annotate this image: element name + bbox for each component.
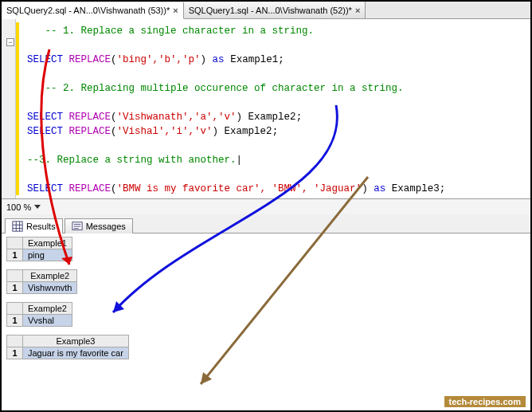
row-number[interactable]: 1 [7,315,23,327]
code-area[interactable]: -- 1. Replace a single character in a st… [2,19,530,198]
grid-icon [12,221,23,232]
close-icon[interactable]: × [173,6,178,15]
result-grid-4: Example3 1Jaguar is my favorite car [6,335,526,359]
row-number[interactable]: 1 [7,347,23,359]
zoom-bar: 100 % [2,198,530,214]
collapse-toggle[interactable]: − [6,38,14,46]
corner-cell [7,237,23,249]
result-grid-1: Example1 1ping [6,237,526,261]
cell-value[interactable]: Vishwvnvth [23,282,77,294]
result-grid-3: Example2 1Vvshal [6,302,526,327]
tab-messages[interactable]: Messages [65,218,133,233]
tab-label: Messages [86,222,126,231]
watermark: tech-recipes.com [444,396,526,407]
cell-value[interactable]: Vvshal [23,315,72,327]
column-header[interactable]: Example2 [23,270,77,282]
tab-results[interactable]: Results [5,218,63,233]
zoom-level[interactable]: 100 % [6,202,31,212]
corner-cell [7,335,23,347]
column-header[interactable]: Example2 [23,303,72,315]
row-number[interactable]: 1 [7,249,23,261]
chevron-down-icon[interactable] [34,205,41,209]
tab-label: SQLQuery2.sql - AN...0\Vishwanath (53))* [6,6,170,15]
cell-value[interactable]: Jaguar is my favorite car [23,347,129,359]
results-tabbar: Results Messages [2,214,530,233]
tab-query1[interactable]: SQLQuery1.sql - AN...0\Vishwanath (52))*… [184,2,366,18]
change-marker [16,22,19,195]
column-header[interactable]: Example3 [23,335,129,347]
result-grid-2: Example2 1Vishwvnvth [6,269,526,294]
sql-editor[interactable]: − -- 1. Replace a single character in a … [2,19,530,198]
column-header[interactable]: Example1 [23,237,72,249]
document-tabbar: SQLQuery2.sql - AN...0\Vishwanath (53))*… [2,2,530,19]
cell-value[interactable]: ping [23,249,72,261]
corner-cell [7,303,23,315]
messages-icon [72,221,83,232]
corner-cell [7,270,23,282]
close-icon[interactable]: × [355,6,360,15]
tab-label: Results [26,222,56,231]
svg-rect-0 [13,222,22,231]
results-pane[interactable]: Example1 1ping Example2 1Vishwvnvth Exam… [2,233,530,407]
tab-query2[interactable]: SQLQuery2.sql - AN...0\Vishwanath (53))*… [2,2,184,19]
row-number[interactable]: 1 [7,282,23,294]
tab-label: SQLQuery1.sql - AN...0\Vishwanath (52))* [189,6,352,15]
